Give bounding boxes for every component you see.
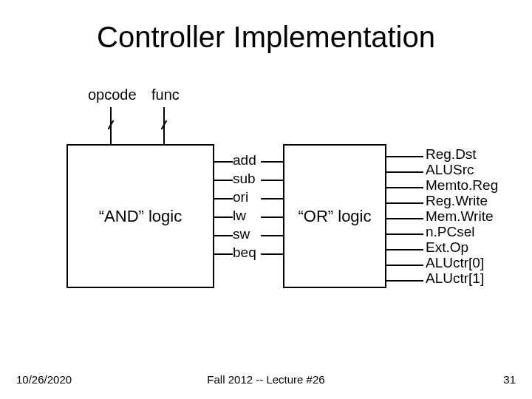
label-func: func [151, 86, 180, 103]
wire-add-right [261, 161, 283, 163]
wire-out-1 [386, 171, 423, 173]
wire-beq-left [214, 253, 233, 255]
signal-add: add [233, 152, 270, 168]
wire-sw-right [261, 235, 283, 236]
wire-out-3 [386, 202, 423, 204]
slide: Controller Implementation opcode func “A… [0, 0, 532, 399]
output-aluctr0: ALUctr[0] [426, 256, 498, 270]
output-npcsel: n.PCsel [426, 225, 498, 239]
wire-out-4 [386, 218, 423, 219]
wire-add-left [214, 161, 233, 163]
wire-sub-left [214, 180, 233, 181]
output-alusrc: ALUSrc [426, 163, 498, 177]
signal-beq: beq [233, 245, 270, 261]
and-logic-label: “AND” logic [99, 207, 182, 226]
wire-out-6 [386, 249, 423, 250]
or-logic-label: “OR” logic [298, 207, 371, 226]
label-opcode: opcode [88, 86, 137, 103]
outputs-list: Reg.Dst ALUSrc Memto.Reg Reg.Write Mem.W… [426, 147, 498, 286]
wire-out-7 [386, 265, 423, 266]
wire-sw-left [214, 235, 233, 236]
output-regdst: Reg.Dst [426, 147, 498, 162]
wire-out-0 [386, 156, 423, 157]
wire-out-5 [386, 233, 423, 235]
and-logic-box: “AND” logic [66, 144, 214, 288]
signal-lw: lw [233, 208, 270, 224]
wire-sub-right [261, 180, 283, 181]
output-regwrite: Reg.Write [426, 194, 498, 208]
slide-title: Controller Implementation [0, 21, 532, 54]
output-aluctr1: ALUctr[1] [426, 271, 498, 286]
wire-lw-right [261, 216, 283, 218]
signal-ori: ori [233, 189, 270, 205]
wire-lw-left [214, 216, 233, 218]
signal-sw: sw [233, 226, 270, 242]
wire-ori-left [214, 198, 233, 200]
or-logic-box: “OR” logic [283, 144, 386, 288]
wire-ori-right [261, 198, 283, 200]
output-memwrite: Mem.Write [426, 209, 498, 224]
footer-center: Fall 2012 -- Lecture #26 [0, 373, 532, 386]
output-memtoreg: Memto.Reg [426, 178, 498, 193]
footer-page: 31 [503, 373, 516, 386]
wire-out-2 [386, 187, 423, 188]
wire-out-8 [386, 280, 423, 282]
output-extop: Ext.Op [426, 240, 498, 255]
signal-sub: sub [233, 171, 270, 187]
wire-beq-right [261, 253, 283, 255]
